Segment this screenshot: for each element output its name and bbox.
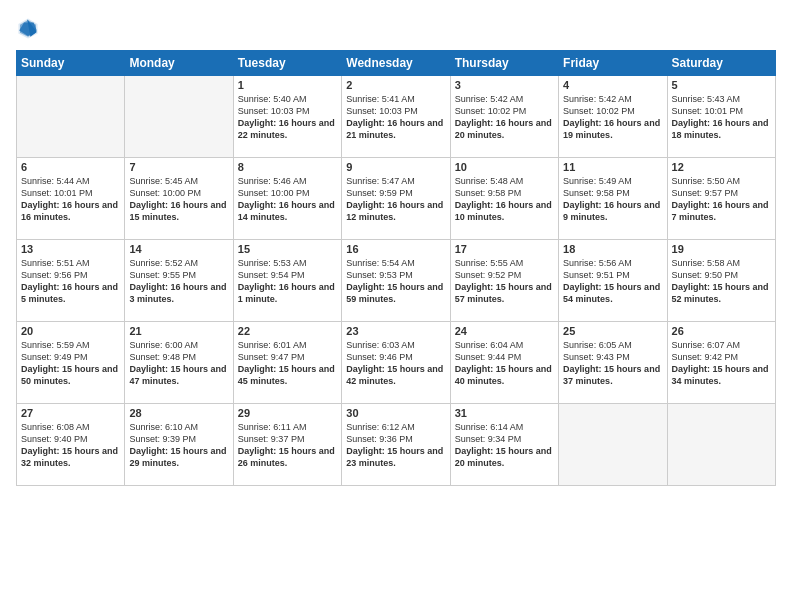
- calendar-week-row: 6Sunrise: 5:44 AMSunset: 10:01 PMDayligh…: [17, 158, 776, 240]
- calendar-cell: 22Sunrise: 6:01 AMSunset: 9:47 PMDayligh…: [233, 322, 341, 404]
- calendar-cell: 11Sunrise: 5:49 AMSunset: 9:58 PMDayligh…: [559, 158, 667, 240]
- col-tuesday: Tuesday: [233, 51, 341, 76]
- calendar-cell: [559, 404, 667, 486]
- day-number: 22: [238, 325, 337, 337]
- calendar-table: Sunday Monday Tuesday Wednesday Thursday…: [16, 50, 776, 486]
- day-info: Sunrise: 6:07 AMSunset: 9:42 PMDaylight:…: [672, 339, 771, 388]
- calendar-cell: 13Sunrise: 5:51 AMSunset: 9:56 PMDayligh…: [17, 240, 125, 322]
- col-saturday: Saturday: [667, 51, 775, 76]
- day-number: 4: [563, 79, 662, 91]
- day-info: Sunrise: 6:08 AMSunset: 9:40 PMDaylight:…: [21, 421, 120, 470]
- day-info: Sunrise: 5:50 AMSunset: 9:57 PMDaylight:…: [672, 175, 771, 224]
- col-friday: Friday: [559, 51, 667, 76]
- calendar-cell: 31Sunrise: 6:14 AMSunset: 9:34 PMDayligh…: [450, 404, 558, 486]
- day-number: 17: [455, 243, 554, 255]
- day-info: Sunrise: 6:11 AMSunset: 9:37 PMDaylight:…: [238, 421, 337, 470]
- calendar-week-row: 27Sunrise: 6:08 AMSunset: 9:40 PMDayligh…: [17, 404, 776, 486]
- day-number: 14: [129, 243, 228, 255]
- day-number: 28: [129, 407, 228, 419]
- day-info: Sunrise: 5:59 AMSunset: 9:49 PMDaylight:…: [21, 339, 120, 388]
- day-info: Sunrise: 6:12 AMSunset: 9:36 PMDaylight:…: [346, 421, 445, 470]
- day-info: Sunrise: 6:04 AMSunset: 9:44 PMDaylight:…: [455, 339, 554, 388]
- day-info: Sunrise: 5:54 AMSunset: 9:53 PMDaylight:…: [346, 257, 445, 306]
- day-number: 18: [563, 243, 662, 255]
- day-number: 13: [21, 243, 120, 255]
- calendar-cell: 20Sunrise: 5:59 AMSunset: 9:49 PMDayligh…: [17, 322, 125, 404]
- calendar-week-row: 13Sunrise: 5:51 AMSunset: 9:56 PMDayligh…: [17, 240, 776, 322]
- day-number: 30: [346, 407, 445, 419]
- col-thursday: Thursday: [450, 51, 558, 76]
- day-info: Sunrise: 5:52 AMSunset: 9:55 PMDaylight:…: [129, 257, 228, 306]
- day-info: Sunrise: 5:47 AMSunset: 9:59 PMDaylight:…: [346, 175, 445, 224]
- day-number: 8: [238, 161, 337, 173]
- day-number: 24: [455, 325, 554, 337]
- day-info: Sunrise: 5:46 AMSunset: 10:00 PMDaylight…: [238, 175, 337, 224]
- calendar-cell: 15Sunrise: 5:53 AMSunset: 9:54 PMDayligh…: [233, 240, 341, 322]
- day-info: Sunrise: 5:48 AMSunset: 9:58 PMDaylight:…: [455, 175, 554, 224]
- logo: [16, 16, 44, 40]
- day-info: Sunrise: 5:44 AMSunset: 10:01 PMDaylight…: [21, 175, 120, 224]
- calendar-week-row: 1Sunrise: 5:40 AMSunset: 10:03 PMDayligh…: [17, 76, 776, 158]
- day-number: 6: [21, 161, 120, 173]
- calendar-cell: 21Sunrise: 6:00 AMSunset: 9:48 PMDayligh…: [125, 322, 233, 404]
- day-info: Sunrise: 5:53 AMSunset: 9:54 PMDaylight:…: [238, 257, 337, 306]
- calendar-cell: 3Sunrise: 5:42 AMSunset: 10:02 PMDayligh…: [450, 76, 558, 158]
- calendar-cell: 4Sunrise: 5:42 AMSunset: 10:02 PMDayligh…: [559, 76, 667, 158]
- day-number: 19: [672, 243, 771, 255]
- calendar-cell: 14Sunrise: 5:52 AMSunset: 9:55 PMDayligh…: [125, 240, 233, 322]
- day-number: 16: [346, 243, 445, 255]
- day-number: 5: [672, 79, 771, 91]
- day-number: 11: [563, 161, 662, 173]
- col-sunday: Sunday: [17, 51, 125, 76]
- calendar-cell: 24Sunrise: 6:04 AMSunset: 9:44 PMDayligh…: [450, 322, 558, 404]
- day-number: 26: [672, 325, 771, 337]
- calendar-cell: 25Sunrise: 6:05 AMSunset: 9:43 PMDayligh…: [559, 322, 667, 404]
- day-info: Sunrise: 5:43 AMSunset: 10:01 PMDaylight…: [672, 93, 771, 142]
- calendar-cell: 6Sunrise: 5:44 AMSunset: 10:01 PMDayligh…: [17, 158, 125, 240]
- calendar-cell: 1Sunrise: 5:40 AMSunset: 10:03 PMDayligh…: [233, 76, 341, 158]
- day-info: Sunrise: 5:42 AMSunset: 10:02 PMDaylight…: [455, 93, 554, 142]
- calendar-cell: 30Sunrise: 6:12 AMSunset: 9:36 PMDayligh…: [342, 404, 450, 486]
- day-number: 20: [21, 325, 120, 337]
- calendar-cell: 19Sunrise: 5:58 AMSunset: 9:50 PMDayligh…: [667, 240, 775, 322]
- day-info: Sunrise: 6:10 AMSunset: 9:39 PMDaylight:…: [129, 421, 228, 470]
- calendar-cell: [125, 76, 233, 158]
- day-info: Sunrise: 5:55 AMSunset: 9:52 PMDaylight:…: [455, 257, 554, 306]
- day-number: 15: [238, 243, 337, 255]
- calendar-cell: 17Sunrise: 5:55 AMSunset: 9:52 PMDayligh…: [450, 240, 558, 322]
- day-number: 27: [21, 407, 120, 419]
- day-info: Sunrise: 6:01 AMSunset: 9:47 PMDaylight:…: [238, 339, 337, 388]
- calendar-cell: 2Sunrise: 5:41 AMSunset: 10:03 PMDayligh…: [342, 76, 450, 158]
- calendar-cell: 26Sunrise: 6:07 AMSunset: 9:42 PMDayligh…: [667, 322, 775, 404]
- day-info: Sunrise: 5:58 AMSunset: 9:50 PMDaylight:…: [672, 257, 771, 306]
- day-info: Sunrise: 6:05 AMSunset: 9:43 PMDaylight:…: [563, 339, 662, 388]
- calendar-cell: 10Sunrise: 5:48 AMSunset: 9:58 PMDayligh…: [450, 158, 558, 240]
- day-info: Sunrise: 5:56 AMSunset: 9:51 PMDaylight:…: [563, 257, 662, 306]
- day-number: 9: [346, 161, 445, 173]
- day-number: 7: [129, 161, 228, 173]
- calendar-header-row: Sunday Monday Tuesday Wednesday Thursday…: [17, 51, 776, 76]
- col-wednesday: Wednesday: [342, 51, 450, 76]
- calendar-cell: [17, 76, 125, 158]
- day-number: 3: [455, 79, 554, 91]
- day-number: 23: [346, 325, 445, 337]
- calendar-cell: 23Sunrise: 6:03 AMSunset: 9:46 PMDayligh…: [342, 322, 450, 404]
- calendar-cell: 28Sunrise: 6:10 AMSunset: 9:39 PMDayligh…: [125, 404, 233, 486]
- calendar-cell: 5Sunrise: 5:43 AMSunset: 10:01 PMDayligh…: [667, 76, 775, 158]
- day-info: Sunrise: 5:49 AMSunset: 9:58 PMDaylight:…: [563, 175, 662, 224]
- calendar-cell: 7Sunrise: 5:45 AMSunset: 10:00 PMDayligh…: [125, 158, 233, 240]
- page: Sunday Monday Tuesday Wednesday Thursday…: [0, 0, 792, 612]
- day-info: Sunrise: 5:41 AMSunset: 10:03 PMDaylight…: [346, 93, 445, 142]
- calendar-cell: 27Sunrise: 6:08 AMSunset: 9:40 PMDayligh…: [17, 404, 125, 486]
- logo-icon: [16, 16, 40, 40]
- calendar-cell: 29Sunrise: 6:11 AMSunset: 9:37 PMDayligh…: [233, 404, 341, 486]
- day-info: Sunrise: 6:03 AMSunset: 9:46 PMDaylight:…: [346, 339, 445, 388]
- col-monday: Monday: [125, 51, 233, 76]
- day-info: Sunrise: 5:51 AMSunset: 9:56 PMDaylight:…: [21, 257, 120, 306]
- day-info: Sunrise: 5:40 AMSunset: 10:03 PMDaylight…: [238, 93, 337, 142]
- calendar-week-row: 20Sunrise: 5:59 AMSunset: 9:49 PMDayligh…: [17, 322, 776, 404]
- calendar-cell: 18Sunrise: 5:56 AMSunset: 9:51 PMDayligh…: [559, 240, 667, 322]
- day-info: Sunrise: 6:14 AMSunset: 9:34 PMDaylight:…: [455, 421, 554, 470]
- day-info: Sunrise: 5:42 AMSunset: 10:02 PMDaylight…: [563, 93, 662, 142]
- day-number: 21: [129, 325, 228, 337]
